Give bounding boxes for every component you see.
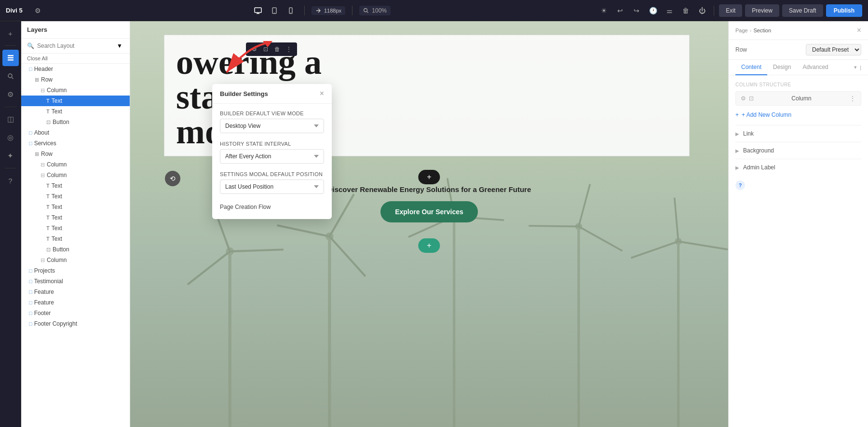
tab-design[interactable]: Design [767, 60, 797, 75]
row-label: Row [735, 46, 747, 53]
history-select[interactable]: After Every Action [220, 149, 324, 164]
layer-item-services-col1[interactable]: ⊟ Column [21, 159, 130, 170]
layer-item-about[interactable]: □ About [21, 127, 130, 138]
col-menu-icon[interactable]: ⋮ [849, 95, 856, 102]
layer-label-header: Header [34, 66, 53, 72]
redo-btn[interactable]: ↪ [630, 4, 643, 17]
layer-item-text8[interactable]: T Text [21, 234, 130, 244]
save-draft-button[interactable]: Save Draft [782, 4, 823, 17]
add-row-btn-2[interactable]: + [418, 238, 440, 253]
layer-item-projects[interactable]: □ Projects [21, 265, 130, 276]
accordion-link-header[interactable]: ▶ Link [735, 130, 861, 137]
layers-tree: □ Header ⊞ Row ⊟ Column T Text T Text ⊡ [21, 64, 130, 427]
layer-label-feature1: Feature [34, 289, 54, 295]
add-module-btn[interactable]: + [2, 25, 19, 41]
view-mode-select[interactable]: Desktop View [220, 119, 324, 133]
layout-btn[interactable]: ⚌ [663, 4, 676, 17]
layer-item-footer[interactable]: □ Footer [21, 308, 130, 318]
position-label: Settings Modal Default Position [220, 171, 324, 177]
module-settings-btn[interactable]: ⚙ [249, 44, 259, 55]
hero-section: owering a stainable morrow + Discover Re… [130, 21, 728, 427]
layers-btn[interactable] [2, 50, 19, 66]
position-select[interactable]: Last Used Position [220, 179, 324, 194]
row-preset-row: Row Default Preset [729, 40, 868, 60]
layer-item-services-col2[interactable]: ⊟ Column [21, 170, 130, 180]
history-btn[interactable]: 🕐 [646, 4, 660, 17]
layer-item-services-col3[interactable]: ⊟ Column [21, 255, 130, 265]
accordion-bg-header[interactable]: ▶ Background [735, 147, 861, 154]
add-column-btn[interactable]: + + Add New Column [735, 110, 861, 120]
tablet-view-btn[interactable] [268, 4, 281, 17]
viewport-size[interactable]: 1188px [312, 6, 345, 15]
layer-label-button2: Button [53, 246, 69, 253]
help-icon[interactable]: ? [735, 180, 745, 190]
publish-button[interactable]: Publish [826, 4, 862, 17]
layer-item-text6[interactable]: T Text [21, 212, 130, 223]
filter-icon[interactable]: ▼ [115, 41, 124, 50]
layers-title: Layers [27, 26, 47, 33]
layer-item-button2[interactable]: ⊡ Button [21, 244, 130, 255]
layer-item-text-selected[interactable]: T Text [21, 96, 130, 106]
right-panel-close-btn[interactable]: × [857, 26, 861, 35]
tab-advanced[interactable]: Advanced [797, 60, 834, 75]
close-all-btn[interactable]: Close All [21, 54, 130, 64]
desktop-view-btn[interactable] [251, 4, 265, 17]
layer-item-row[interactable]: ⊞ Row [21, 74, 130, 85]
page-creation-link[interactable]: Page Creation Flow [220, 202, 324, 212]
tab-more-arrow[interactable]: ▾ [854, 64, 857, 70]
layer-item-text7[interactable]: T Text [21, 223, 130, 234]
svg-point-2 [274, 12, 274, 13]
settings-sidebar-btn[interactable]: ⚙ [2, 86, 19, 103]
layer-item-feature2[interactable]: □ Feature [21, 297, 130, 308]
services-row-icon: ⊞ [35, 151, 39, 157]
elements-btn[interactable]: ✦ [2, 148, 19, 164]
module-more-btn[interactable]: ⋮ [284, 44, 294, 55]
testimonial-icon: □ [29, 278, 32, 284]
media-btn[interactable]: ◫ [2, 111, 19, 127]
layer-item-text5[interactable]: T Text [21, 202, 130, 212]
breadcrumb-page[interactable]: Page [735, 28, 748, 33]
hero-cta-btn[interactable]: Explore Our Services [380, 201, 478, 222]
power-btn[interactable]: ⏻ [695, 4, 709, 17]
help-btn[interactable]: ? [2, 172, 19, 189]
swap-icon[interactable]: ⟲ [165, 171, 180, 186]
search-btn[interactable] [2, 68, 19, 84]
layer-item-services[interactable]: □ Services [21, 138, 130, 149]
breadcrumb-section[interactable]: Section [753, 28, 771, 33]
module-delete-btn[interactable]: 🗑 [272, 44, 283, 55]
undo-btn[interactable]: ↩ [613, 4, 627, 17]
theme-toggle[interactable]: ☀ [597, 4, 610, 17]
layer-item-testimonial[interactable]: □ Testimonial [21, 276, 130, 287]
layer-item-header[interactable]: □ Header [21, 64, 130, 74]
layer-item-text4[interactable]: T Text [21, 191, 130, 202]
settings-icon[interactable]: ⚙ [31, 4, 45, 17]
preset-select[interactable]: Default Preset [806, 44, 861, 55]
tab-content[interactable]: Content [735, 60, 767, 75]
layer-item-feature1[interactable]: □ Feature [21, 287, 130, 297]
text-icon: T [46, 98, 50, 104]
layer-item-button1[interactable]: ⊡ Button [21, 117, 130, 127]
exit-button[interactable]: Exit [719, 4, 742, 17]
mobile-view-btn[interactable] [284, 4, 298, 17]
divider-3 [714, 6, 714, 15]
device-switcher [251, 4, 298, 17]
col-copy-icon[interactable]: ⊡ [749, 95, 754, 102]
col-icon: ⊟ [41, 87, 45, 94]
layer-item-column[interactable]: ⊟ Column [21, 85, 130, 96]
search-input[interactable] [37, 42, 112, 49]
sidebar-sep-3 [5, 168, 16, 168]
preview-button[interactable]: Preview [745, 4, 779, 17]
shape-btn[interactable]: ◎ [2, 129, 19, 146]
layer-item-text3[interactable]: T Text [21, 180, 130, 191]
col-gear-icon[interactable]: ⚙ [741, 95, 746, 102]
layer-item-services-row[interactable]: ⊞ Row [21, 149, 130, 159]
module-copy-btn[interactable]: ⊡ [260, 44, 271, 55]
trash-btn[interactable]: 🗑 [679, 4, 692, 17]
zoom-control[interactable]: 100% [359, 6, 391, 15]
modal-close-btn[interactable]: × [320, 90, 324, 97]
layer-item-text2[interactable]: T Text [21, 106, 130, 117]
accordion-admin-header[interactable]: ▶ Admin Label [735, 164, 861, 171]
services-col2-icon: ⊟ [41, 172, 45, 179]
layer-item-footer-copyright[interactable]: □ Footer Copyright [21, 318, 130, 329]
add-row-btn-1[interactable]: + [418, 170, 440, 184]
